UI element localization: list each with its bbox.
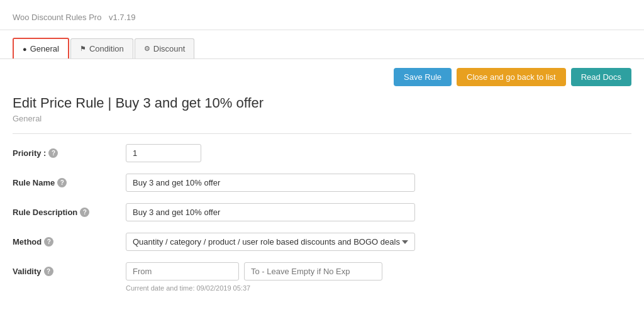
validity-to-input[interactable] (244, 262, 382, 280)
priority-input[interactable]: 1 (126, 144, 201, 162)
app-title: Woo Discount Rules Pro v1.7.19 (13, 9, 136, 23)
next-row: Next (0, 316, 644, 322)
validity-label: Validity ? (13, 262, 126, 276)
priority-help-icon[interactable]: ? (48, 148, 58, 158)
close-button[interactable]: Close and go back to list (457, 68, 566, 86)
rule-name-group: Rule Name ? Buy 3 and get 10% offer (13, 174, 631, 192)
rule-name-label: Rule Name ? (13, 174, 126, 187)
rule-name-control: Buy 3 and get 10% offer (126, 174, 631, 192)
validity-from-input[interactable] (126, 262, 239, 280)
tabs-bar: ● General ⚑ Condition ⚙ Discount (0, 30, 644, 59)
validity-group: Validity ? Current date and time: 09/02/… (13, 262, 631, 292)
page-title: Edit Price Rule | Buy 3 and get 10% offe… (13, 95, 631, 111)
rule-description-label: Rule Description ? (13, 203, 126, 217)
method-help-icon[interactable]: ? (44, 237, 53, 247)
rule-name-help-icon[interactable]: ? (57, 178, 67, 187)
validity-control: Current date and time: 09/02/2019 05:37 (126, 262, 631, 292)
rule-description-help-icon[interactable]: ? (80, 208, 89, 217)
priority-group: Priority : ? 1 (13, 144, 631, 162)
method-control: Quantity / category / product / user rol… (126, 233, 631, 251)
method-label: Method ? (13, 233, 126, 247)
rule-description-group: Rule Description ? Buy 3 and get 10% off… (13, 203, 631, 221)
method-group: Method ? Quantity / category / product /… (13, 233, 631, 251)
tab-condition[interactable]: ⚑ Condition (70, 38, 133, 58)
method-select[interactable]: Quantity / category / product / user rol… (126, 233, 415, 251)
priority-control: 1 (126, 144, 631, 162)
current-datetime: Current date and time: 09/02/2019 05:37 (126, 284, 631, 292)
rule-name-input[interactable]: Buy 3 and get 10% offer (126, 174, 415, 192)
validity-help-icon[interactable]: ? (44, 267, 53, 276)
priority-label: Priority : ? (13, 144, 126, 158)
condition-icon: ⚑ (80, 45, 86, 53)
content-area: Edit Price Rule | Buy 3 and get 10% offe… (0, 95, 644, 316)
app-header: Woo Discount Rules Pro v1.7.19 (0, 0, 644, 30)
read-docs-button[interactable]: Read Docs (571, 68, 631, 86)
discount-icon: ⚙ (144, 45, 150, 53)
tab-general[interactable]: ● General (13, 38, 69, 58)
rule-description-input[interactable]: Buy 3 and get 10% offer (126, 203, 415, 221)
tab-discount[interactable]: ⚙ Discount (135, 38, 195, 58)
general-icon: ● (23, 45, 27, 53)
rule-description-control: Buy 3 and get 10% offer (126, 203, 631, 221)
section-label: General (13, 114, 631, 123)
divider (13, 133, 631, 134)
validity-row (126, 262, 631, 280)
toolbar: Save Rule Close and go back to list Read… (0, 59, 644, 95)
save-rule-button[interactable]: Save Rule (394, 68, 452, 86)
